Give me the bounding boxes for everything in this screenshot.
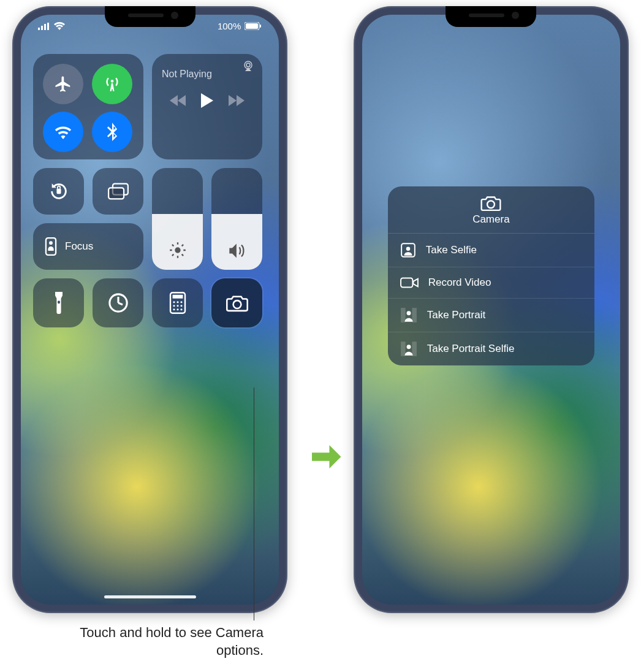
svg-point-29: [173, 301, 175, 303]
menu-item-label: Take Portrait: [427, 309, 485, 321]
notch: [446, 6, 536, 27]
svg-point-13: [49, 241, 53, 245]
cellular-data-toggle[interactable]: [92, 64, 132, 104]
screen-camera-menu: Camera Take SelfieRecord VideoTake Portr…: [362, 15, 620, 605]
cellular-icon: [38, 23, 50, 30]
bluetooth-toggle[interactable]: [92, 112, 132, 152]
airplane-mode-toggle[interactable]: [43, 64, 83, 104]
brightness-slider[interactable]: [152, 168, 203, 270]
svg-rect-1: [41, 26, 43, 30]
arrow-icon: [312, 443, 341, 470]
svg-rect-42: [401, 278, 412, 288]
camera-button[interactable]: [211, 278, 262, 327]
airplay-icon[interactable]: [241, 60, 255, 72]
connectivity-panel[interactable]: [33, 54, 143, 159]
flashlight-button[interactable]: [33, 278, 84, 327]
svg-point-38: [233, 300, 241, 308]
callout-text: Touch and hold to see Camera options.: [80, 624, 264, 659]
svg-point-7: [246, 63, 250, 67]
svg-rect-2: [44, 24, 46, 30]
notch: [105, 6, 195, 27]
svg-rect-23: [58, 300, 60, 304]
svg-rect-28: [172, 295, 183, 299]
svg-rect-43: [401, 308, 406, 323]
svg-point-14: [175, 247, 180, 253]
svg-point-45: [406, 311, 411, 315]
camera-menu-item-video[interactable]: Record Video: [388, 267, 594, 298]
svg-line-26: [118, 303, 123, 305]
wifi-icon: [54, 22, 65, 30]
svg-point-41: [406, 247, 410, 251]
menu-item-label: Take Selfie: [426, 244, 477, 256]
home-indicator[interactable]: [104, 595, 196, 598]
bluetooth-icon: [107, 123, 118, 141]
svg-rect-3: [47, 23, 49, 30]
screen-control-center: 100%: [21, 15, 279, 605]
rotation-lock-icon: [48, 181, 69, 202]
battery-icon: [245, 22, 262, 30]
wifi-icon: [54, 124, 72, 139]
svg-rect-11: [108, 188, 124, 199]
camera-menu-title: Camera: [472, 213, 509, 225]
orientation-lock-button[interactable]: [33, 168, 84, 215]
iphone-left: 100%: [12, 6, 287, 613]
play-icon[interactable]: [201, 93, 213, 108]
svg-point-33: [176, 305, 178, 307]
forward-icon[interactable]: [229, 95, 245, 106]
brightness-icon: [169, 242, 186, 259]
camera-menu-item-portrait-selfie[interactable]: Take Portrait Selfie: [388, 332, 594, 365]
timer-icon: [108, 292, 129, 313]
screen-mirroring-button[interactable]: [93, 168, 143, 215]
rewind-icon[interactable]: [170, 95, 186, 106]
svg-point-35: [173, 308, 175, 310]
svg-point-31: [180, 301, 182, 303]
calculator-icon: [169, 292, 186, 314]
camera-menu-header[interactable]: Camera: [388, 186, 594, 234]
svg-rect-44: [412, 308, 417, 323]
iphone-right: Camera Take SelfieRecord VideoTake Portr…: [354, 6, 629, 613]
media-title: Not Playing: [162, 69, 252, 80]
volume-slider[interactable]: [211, 168, 262, 270]
wifi-toggle[interactable]: [43, 112, 83, 152]
camera-icon: [226, 294, 248, 312]
volume-icon: [228, 243, 246, 259]
portrait-icon: [400, 307, 417, 323]
svg-point-37: [180, 308, 182, 310]
camera-menu-item-portrait[interactable]: Take Portrait: [388, 298, 594, 332]
menu-item-label: Record Video: [428, 277, 491, 289]
svg-rect-47: [412, 342, 417, 356]
mirroring-icon: [108, 183, 129, 200]
media-panel[interactable]: Not Playing: [152, 54, 262, 159]
svg-point-30: [176, 301, 178, 303]
svg-point-39: [487, 200, 495, 208]
camera-menu-item-selfie[interactable]: Take Selfie: [388, 234, 594, 267]
calculator-button[interactable]: [152, 278, 203, 327]
svg-rect-46: [401, 342, 406, 356]
svg-rect-5: [246, 23, 258, 29]
focus-button[interactable]: Focus: [33, 223, 143, 270]
menu-item-label: Take Portrait Selfie: [427, 343, 515, 355]
svg-rect-9: [56, 189, 61, 194]
video-icon: [400, 276, 419, 289]
svg-point-48: [406, 345, 411, 349]
svg-line-22: [181, 245, 183, 246]
timer-button[interactable]: [93, 278, 143, 327]
battery-percent: 100%: [218, 21, 241, 31]
svg-point-36: [176, 308, 178, 310]
callout-line: [254, 388, 254, 620]
focus-icon: [44, 237, 58, 256]
svg-point-34: [180, 305, 182, 307]
focus-label: Focus: [65, 240, 93, 253]
camera-context-menu: Camera Take SelfieRecord VideoTake Portr…: [388, 186, 594, 365]
flashlight-icon: [53, 292, 64, 314]
portrait-selfie-icon: [400, 341, 417, 357]
svg-line-19: [172, 245, 173, 246]
antenna-icon: [104, 75, 121, 93]
airplane-icon: [54, 75, 72, 93]
svg-rect-6: [260, 25, 261, 28]
selfie-icon: [400, 242, 416, 258]
svg-point-32: [173, 305, 175, 307]
svg-line-21: [172, 254, 173, 256]
camera-icon: [480, 195, 501, 211]
svg-line-20: [181, 254, 183, 256]
